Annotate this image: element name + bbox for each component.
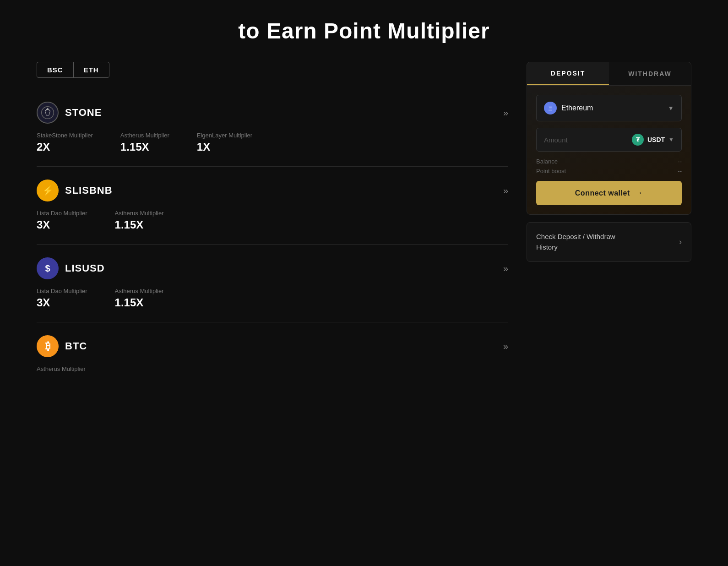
asset-row-stone: STONE » StakeStone Multiplier 2X Astheru… [37,94,508,167]
lisusd-name: LISUSD [65,262,105,274]
asset-row-slisbnb: ⚡ SLISBNB » Lista Dao Multiplier 3X Asth… [37,167,508,245]
btc-mult-1: Astherus Multiplier [37,365,86,372]
stone-mult-1: StakeStone Multiplier 2X [37,132,93,153]
eth-tab[interactable]: ETH [74,62,109,77]
asset-header-lisusd: $ LISUSD » [37,257,508,279]
network-select[interactable]: Ξ Ethereum ▼ [536,95,682,121]
lisusd-name-group: $ LISUSD [37,257,105,279]
history-card[interactable]: Check Deposit / WithdrawHistory › [527,222,691,262]
bsc-tab[interactable]: BSC [37,62,73,77]
deposit-body: Ξ Ethereum ▼ ₮ USDT ▼ [527,86,691,214]
slisbnb-mult-2: Astherus Multiplier 1.15X [115,210,164,231]
slisbnb-icon: ⚡ [37,180,59,201]
asset-header-slisbnb: ⚡ SLISBNB » [37,180,508,201]
lisusd-mult-2: Astherus Multiplier 1.15X [115,288,164,309]
lisusd-multipliers: Lista Dao Multiplier 3X Astherus Multipl… [37,288,508,309]
right-panel: DEPOSIT WITHDRAW Ξ Ethereum ▼ [527,62,691,262]
network-tabs: BSC ETH [37,62,109,78]
usdt-icon: ₮ [632,134,644,146]
stone-name: STONE [65,107,102,119]
asset-row-lisusd: $ LISUSD » Lista Dao Multiplier 3X Asthe… [37,245,508,322]
stone-mult-2: Astherus Multiplier 1.15X [120,132,169,153]
lisusd-arrow[interactable]: » [503,263,508,274]
slisbnb-multipliers: Lista Dao Multiplier 3X Astherus Multipl… [37,210,508,231]
network-select-left: Ξ Ethereum [544,102,593,114]
btc-arrow[interactable]: » [503,341,508,352]
deposit-withdraw-tabs: DEPOSIT WITHDRAW [527,62,691,86]
stone-icon [37,102,59,124]
amount-row: ₮ USDT ▼ [536,128,682,152]
point-boost-value: -- [678,168,682,174]
info-rows: Balance -- Point boost -- [536,158,682,174]
token-chevron-icon: ▼ [668,136,674,143]
lisusd-mult-1: Lista Dao Multiplier 3X [37,288,87,309]
slisbnb-name-group: ⚡ SLISBNB [37,180,113,201]
balance-label: Balance [536,158,558,165]
token-select[interactable]: ₮ USDT ▼ [632,134,674,146]
btc-icon: ₿ [37,335,59,357]
network-chevron-icon: ▼ [668,104,674,112]
history-text: Check Deposit / WithdrawHistory [536,232,615,252]
asset-row-btc: ₿ BTC » Astherus Multiplier [37,322,508,385]
balance-row: Balance -- [536,158,682,165]
connect-wallet-arrow-icon: → [635,188,643,198]
deposit-card: DEPOSIT WITHDRAW Ξ Ethereum ▼ [527,62,691,215]
token-label: USDT [647,136,665,143]
btc-name-group: ₿ BTC [37,335,87,357]
amount-input[interactable] [544,136,632,144]
network-select-label: Ethereum [561,104,593,112]
lisusd-icon: $ [37,257,59,279]
stone-name-group: STONE [37,102,102,124]
ethereum-icon: Ξ [544,102,557,114]
connect-wallet-label: Connect wallet [575,189,630,197]
title-text: to Earn Point Multiplier [37,18,691,44]
btc-multipliers: Astherus Multiplier [37,365,508,372]
point-boost-row: Point boost -- [536,168,682,174]
slisbnb-name: SLISBNB [65,185,113,196]
withdraw-tab[interactable]: WITHDRAW [609,62,691,85]
page-title: to Earn Point Multiplier [37,18,691,44]
asset-header-stone: STONE » [37,102,508,124]
balance-value: -- [678,158,682,165]
btc-name: BTC [65,340,87,352]
stone-mult-3: EigenLayer Multiplier 1X [197,132,252,153]
history-chevron-icon: › [679,237,682,247]
stone-multipliers: StakeStone Multiplier 2X Astherus Multip… [37,132,508,153]
left-panel: BSC ETH [37,62,508,385]
slisbnb-arrow[interactable]: » [503,185,508,196]
asset-list: STONE » StakeStone Multiplier 2X Astheru… [37,94,508,385]
point-boost-label: Point boost [536,168,566,174]
stone-arrow[interactable]: » [503,108,508,118]
asset-header-btc: ₿ BTC » [37,335,508,357]
slisbnb-mult-1: Lista Dao Multiplier 3X [37,210,87,231]
deposit-tab[interactable]: DEPOSIT [527,62,609,85]
connect-wallet-button[interactable]: Connect wallet → [536,181,682,205]
